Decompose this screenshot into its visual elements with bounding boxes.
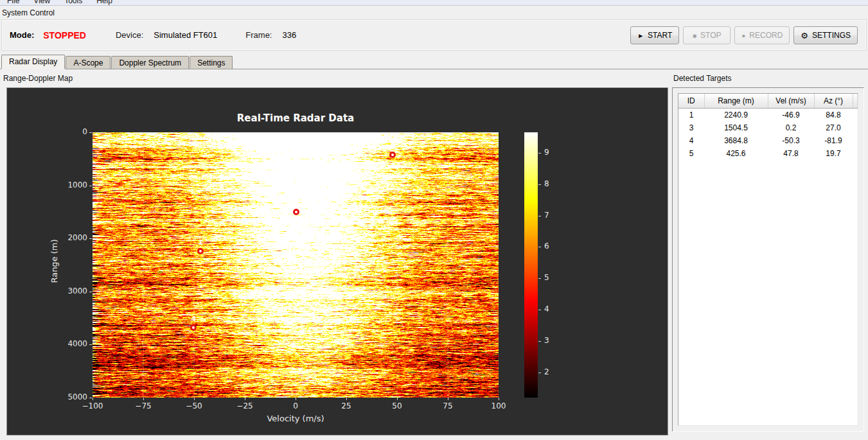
colorbar [524,132,538,398]
stop-button-label: STOP [700,31,721,40]
range-doppler-heatmap [93,132,499,398]
y-tick-label: 5000 [60,392,87,401]
colorbar-tick-label: 9 [544,148,549,157]
target-cell: 1 [678,109,704,122]
menu-tools[interactable]: Tools [57,0,89,6]
mode-label: Mode: [10,30,34,40]
settings-button-label: SETTINGS [812,31,851,40]
y-tick-label: 0 [60,127,87,136]
x-tick-mark [499,398,499,400]
control-buttons: ► START ■ STOP ● RECORD ⚙ SETTINGS [630,26,858,44]
colorbar-tick-mark [538,341,541,342]
target-cell: 4 [678,134,704,147]
x-tick-label: 0 [276,401,315,410]
target-marker-label: 5 [390,142,395,150]
record-button-label: RECORD [749,31,783,40]
x-tick-label: −50 [175,401,213,410]
target-cell: 84.8 [814,109,853,122]
column-header-filler [853,94,858,109]
targets-table: ID Range (m) Vel (m/s) Az (°) 12240.9-46… [678,94,858,160]
y-tick-label: 3000 [60,286,87,295]
record-icon: ● [741,32,745,39]
system-control-title: System Control [2,8,55,17]
chart-title: Real-Time Radar Data [93,112,499,124]
colorbar-tick-mark [538,216,541,216]
tab-doppler-spectrum[interactable]: Doppler Spectrum [111,56,189,69]
frame-value: 336 [282,30,296,40]
x-tick-label: 25 [327,401,366,410]
target-cell [853,121,858,134]
stop-button[interactable]: ■ STOP [683,26,731,44]
colorbar-tick-label: 8 [544,179,549,188]
tab-radar-display[interactable]: Radar Display [1,55,65,69]
colorbar-tick-mark [538,310,541,310]
record-button[interactable]: ● RECORD [734,26,790,44]
device-value: Simulated FT601 [154,30,217,40]
target-row[interactable]: 12240.9-46.984.8 [678,109,858,122]
app-window: { "menu": { "items": ["File", "View", "T… [0,0,868,440]
target-cell: -50.3 [768,134,814,147]
target-marker [389,152,396,158]
target-marker [293,209,299,215]
target-cell: 0.2 [768,121,814,134]
x-tick-mark [194,398,195,400]
x-tick-label: −100 [73,401,112,410]
x-tick-label: 100 [479,401,518,410]
start-button[interactable]: ► START [630,26,679,44]
y-axis-label: Range (m) [49,233,59,290]
target-row[interactable]: 31504.50.227.0 [678,121,858,134]
x-tick-mark [296,398,296,400]
y-tick-mark [89,292,92,292]
start-button-label: START [648,31,672,40]
colorbar-tick-mark [538,184,541,185]
target-marker-label: 3 [294,199,299,207]
target-cell: 2240.9 [704,109,768,122]
x-tick-label: 75 [429,401,467,410]
target-cell: 1504.5 [704,121,768,134]
y-tick-mark [89,344,92,345]
colorbar-tick-label: 3 [544,336,549,345]
tab-a-scope[interactable]: A-Scope [66,56,111,69]
detected-targets-panel: ID Range (m) Vel (m/s) Az (°) 12240.9-46… [672,87,864,432]
target-cell: 3684.8 [704,134,768,147]
column-header-id[interactable]: ID [678,94,704,109]
x-tick-mark [397,398,398,400]
target-cell: 5 [678,147,704,160]
target-marker [197,248,204,254]
menu-view[interactable]: View [26,0,57,6]
target-row[interactable]: 5425.647.819.7 [678,147,858,160]
menu-bar: File View Tools Help [0,0,868,6]
target-cell: 47.8 [768,147,814,160]
target-marker-label: 4 [191,315,196,323]
targets-table-header-row: ID Range (m) Vel (m/s) Az (°) [678,94,858,109]
y-tick-label: 2000 [60,233,87,242]
target-cell: 27.0 [814,121,853,134]
menu-file[interactable]: File [0,0,26,6]
system-control-group: Mode: STOPPED Device: Simulated FT601 Fr… [1,19,867,51]
colorbar-tick-label: 4 [544,304,549,313]
target-cell [853,134,858,147]
column-header-range[interactable]: Range (m) [704,94,768,109]
target-cell [853,147,858,160]
colorbar-tick-mark [538,278,541,279]
play-icon: ► [637,32,644,39]
menu-help[interactable]: Help [89,0,120,6]
x-tick-mark [448,398,448,400]
stop-icon: ■ [693,32,696,39]
target-cell: 3 [678,121,704,134]
x-tick-label: 50 [378,401,416,410]
target-cell: 425.6 [704,147,768,160]
column-header-vel[interactable]: Vel (m/s) [768,94,814,109]
target-cell: 19.7 [814,147,853,160]
column-header-az[interactable]: Az (°) [814,94,853,109]
target-marker-label: 1 [198,238,203,247]
tab-settings[interactable]: Settings [190,56,233,69]
target-row[interactable]: 43684.8-50.3-81.9 [678,134,858,147]
colorbar-tick-mark [538,373,541,373]
target-marker [190,324,197,331]
colorbar-tick-mark [538,153,541,154]
target-cell [853,109,858,122]
settings-button[interactable]: ⚙ SETTINGS [793,26,858,44]
y-tick-label: 1000 [60,180,87,189]
tab-bar: Radar Display A-Scope Doppler Spectrum S… [0,55,868,69]
